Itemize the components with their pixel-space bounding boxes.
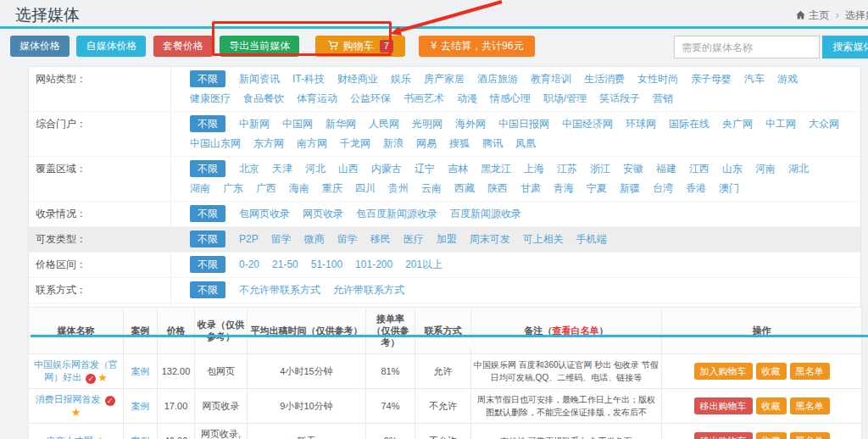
filter-option[interactable]: 游戏 [777,69,798,89]
filter-option[interactable]: 体育运动 [297,89,337,108]
filter-option[interactable]: 内蒙古 [371,159,402,179]
cart-button[interactable]: 购物车7 [315,36,405,57]
filter-option[interactable]: 湖北 [788,159,809,179]
filter-option[interactable]: 加盟 [437,230,457,249]
row-action-button[interactable]: 收藏 [756,397,787,414]
filter-option[interactable]: 娱乐 [391,69,411,89]
filter-option[interactable]: 安徽 [623,159,643,179]
filter-option[interactable]: 陕西 [487,179,508,198]
filter-option[interactable]: 笑话段子 [599,89,640,108]
filter-option[interactable]: P2P [239,230,259,249]
filter-option[interactable]: 中国日报网 [498,114,549,134]
filter-option[interactable]: 凤凰 [515,134,536,153]
filter-option[interactable]: 移民 [370,230,391,249]
search-input[interactable] [674,36,820,58]
filter-selected-chip[interactable]: 不限 [190,115,225,132]
filter-option[interactable]: 手机端 [576,230,607,249]
case-link[interactable]: 案例 [131,366,150,376]
filter-selected-chip[interactable]: 不限 [190,281,225,298]
filter-option[interactable]: 新疆 [620,179,640,198]
filter-option[interactable]: 云南 [421,179,442,198]
row-action-button[interactable]: 收藏 [756,363,787,380]
filter-option[interactable]: 女性时尚 [637,69,678,89]
filter-option[interactable]: 包百度新闻源收录 [356,204,437,224]
filter-option[interactable]: 光明网 [412,114,442,134]
filter-option[interactable]: 包网页收录 [239,204,290,224]
filter-option[interactable]: 环球网 [626,114,656,134]
filter-option[interactable]: 搜狐 [449,134,470,153]
filter-option[interactable]: 留学 [271,230,292,249]
filter-selected-chip[interactable]: 不限 [190,160,225,177]
filter-option[interactable]: 天津 [272,159,292,179]
filter-option[interactable]: 新闻资讯 [239,69,280,89]
filter-option[interactable]: 贵州 [388,179,409,198]
media-price-button[interactable]: 媒体价格 [10,36,70,57]
filter-option[interactable]: 中国山东网 [190,134,241,153]
filter-option[interactable]: 辽宁 [415,159,435,179]
filter-option[interactable]: 河北 [305,159,326,179]
filter-option[interactable]: 0-20 [239,255,259,275]
filter-option[interactable]: 山东 [722,159,743,179]
filter-selected-chip[interactable]: 不限 [190,70,225,87]
filter-option[interactable]: 山西 [338,159,359,179]
filter-option[interactable]: 广西 [256,179,276,198]
filter-option[interactable]: 央广网 [722,114,753,134]
filter-option[interactable]: 可上相关 [523,230,564,249]
filter-option[interactable]: 职场/管理 [543,89,587,108]
breadcrumb-home-link[interactable]: 主页 [809,9,829,21]
case-link[interactable]: 案例 [131,436,150,439]
filter-option[interactable]: 福建 [656,159,676,179]
filter-option[interactable]: 四川 [355,179,376,198]
filter-option[interactable]: 黑龙江 [481,159,511,179]
filter-option[interactable]: 江苏 [557,159,577,179]
filter-option[interactable]: 上海 [524,159,544,179]
filter-option[interactable]: 湖南 [190,179,210,198]
filter-option[interactable]: 人民网 [369,114,399,134]
filter-option[interactable]: 教育培训 [531,69,571,89]
filter-option[interactable]: 青海 [554,179,574,198]
filter-option[interactable]: 河南 [755,159,776,179]
filter-selected-chip[interactable]: 不限 [190,256,225,273]
filter-option[interactable]: 腾讯 [482,134,503,153]
filter-option[interactable]: 动漫 [457,89,477,108]
filter-option[interactable]: 香港 [686,179,706,198]
filter-option[interactable]: 允许带联系方式 [333,281,404,300]
filter-option[interactable]: 情感心理 [490,89,531,108]
checkout-button[interactable]: ¥去结算，共计96元 [419,36,535,57]
filter-option[interactable]: 南方网 [297,134,327,153]
row-action-button[interactable]: 加入购物车 [694,363,753,380]
media-name-link[interactable]: 消费日报网首发 [35,394,100,404]
filter-option[interactable]: 健康医疗 [190,89,231,108]
filter-option[interactable]: 重庆 [322,179,342,198]
row-action-button[interactable]: 黑名单 [790,397,830,414]
filter-option[interactable]: 台湾 [653,179,673,198]
filter-option[interactable]: 亲子母婴 [691,69,732,89]
filter-option[interactable]: 甘肃 [520,179,541,198]
filter-option[interactable]: 中工网 [765,114,796,134]
filter-option[interactable]: 生活消费 [584,69,625,89]
filter-option[interactable]: 微商 [304,230,325,249]
filter-option[interactable]: 江西 [689,159,709,179]
filter-option[interactable]: 不允许带联系方式 [239,281,320,300]
filter-option[interactable]: 新浪 [383,134,403,153]
filter-selected-chip[interactable]: 不限 [190,231,225,247]
filter-option[interactable]: 51-100 [311,255,342,275]
filter-option[interactable]: 汽车 [744,69,765,89]
filter-option[interactable]: 财经商业 [337,69,378,89]
filter-option[interactable]: 澳门 [719,179,739,198]
filter-option[interactable]: 大众网 [809,114,839,134]
filter-option[interactable]: 国际在线 [669,114,709,134]
filter-option[interactable]: 书画艺术 [403,89,444,108]
case-link[interactable]: 案例 [131,401,150,411]
filter-option[interactable]: 中国经济网 [562,114,613,134]
filter-option[interactable]: 网页收录 [303,204,343,224]
export-media-button[interactable]: 导出当前媒体 [220,36,299,57]
package-price-button[interactable]: 套餐价格 [153,36,213,57]
filter-option[interactable]: 营销 [653,89,673,108]
filter-option[interactable]: 新华网 [326,114,356,134]
filter-option[interactable]: 网易 [416,134,437,153]
row-action-button[interactable]: 详情 [31,335,868,337]
selfmedia-price-button[interactable]: 自媒体价格 [76,36,146,57]
row-action-button[interactable]: 移出购物车 [694,397,753,414]
filter-option[interactable]: 百度新闻源收录 [450,204,521,224]
